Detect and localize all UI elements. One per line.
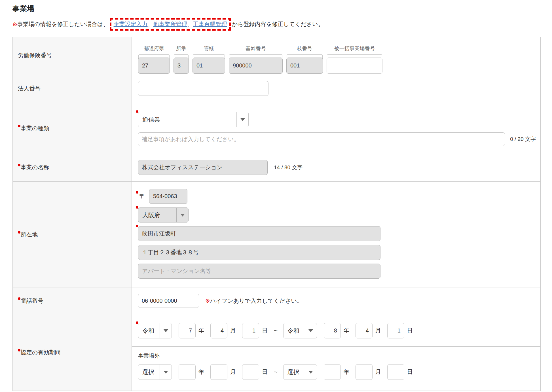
jurisdiction-type-header: 所掌 bbox=[174, 45, 189, 52]
required-marker bbox=[18, 349, 20, 351]
phone-format-note: ※ハイフンありで入力してください。 bbox=[205, 297, 303, 305]
bundled-establishment-number-input[interactable] bbox=[327, 58, 382, 74]
year-unit: 年 bbox=[198, 327, 204, 334]
start-era-select-value: 令和 bbox=[138, 323, 160, 338]
required-marker bbox=[18, 125, 20, 127]
offsite-label: 事業場外 bbox=[138, 352, 534, 360]
note-prefix: 事業場の情報を修正したい場合は、 bbox=[17, 20, 109, 28]
establishment-form-table: 労働保険番号 都道府県 27 所掌 3 管轄 bbox=[12, 37, 541, 391]
required-marker bbox=[18, 231, 20, 234]
prefecture-select-value: 大阪府 bbox=[138, 208, 176, 222]
phone-number-input[interactable] bbox=[138, 294, 199, 308]
business-type-select[interactable]: 通信業 bbox=[138, 112, 249, 127]
offsite-start-month-input[interactable] bbox=[210, 364, 227, 380]
note-marker: ※ bbox=[205, 298, 210, 304]
year-unit: 年 bbox=[198, 368, 204, 376]
chevron-down-icon bbox=[176, 208, 188, 222]
start-era-select[interactable]: 令和 bbox=[138, 323, 172, 338]
jurisdiction-value: 01 bbox=[193, 58, 225, 74]
end-day-input[interactable] bbox=[387, 323, 404, 338]
link-construction-ledger[interactable]: 工事台帳管理 bbox=[193, 20, 227, 28]
bundled-establishment-number-header: 被一括事業場番号 bbox=[327, 45, 382, 52]
day-unit: 日 bbox=[262, 368, 268, 376]
offsite-end-era-select[interactable]: 選択 bbox=[283, 364, 317, 380]
postal-mark: 〒 bbox=[139, 193, 145, 200]
row-business-name: 事業の名称 株式会社オフィスステーション 14 / 80 文字 bbox=[13, 153, 540, 181]
link-separator: 、 bbox=[148, 20, 153, 28]
offsite-start-year-input[interactable] bbox=[179, 364, 196, 380]
month-unit: 月 bbox=[375, 368, 381, 376]
link-company-settings[interactable]: 企業設定入力 bbox=[114, 20, 148, 28]
month-unit: 月 bbox=[375, 327, 381, 334]
business-type-supplement-input[interactable] bbox=[138, 132, 505, 146]
range-tilde: ~ bbox=[274, 327, 278, 334]
jurisdiction-header: 管轄 bbox=[193, 45, 225, 52]
note-marker: ※ bbox=[12, 21, 17, 28]
agreement-period-label: 協定の有効期間 bbox=[13, 314, 132, 391]
agreement-period-offsite: 事業場外 選択 年 月 日 ~ 選択 bbox=[132, 347, 540, 389]
base-number-header: 基幹番号 bbox=[229, 45, 283, 52]
prefecture-code-value: 27 bbox=[138, 58, 170, 74]
required-marker bbox=[18, 297, 20, 300]
chevron-down-icon bbox=[305, 365, 317, 380]
start-day-input[interactable] bbox=[242, 323, 259, 338]
supplement-char-counter: 0 / 20 文字 bbox=[510, 135, 536, 143]
required-marker bbox=[136, 321, 138, 324]
day-unit: 日 bbox=[407, 368, 413, 376]
year-unit: 年 bbox=[344, 327, 349, 334]
offsite-start-day-input[interactable] bbox=[242, 364, 259, 380]
branch-number-value: 001 bbox=[286, 58, 323, 74]
row-agreement-period: 協定の有効期間 令和 年 bbox=[13, 314, 540, 391]
field-base-number: 基幹番号 900000 bbox=[229, 45, 283, 74]
agreement-period-main: 令和 年 月 日 ~ 令和 bbox=[132, 314, 540, 346]
required-marker bbox=[136, 225, 138, 227]
page-title: 事業場 bbox=[12, 4, 541, 13]
row-address: 所在地 〒 564-0063 大阪府 bbox=[13, 181, 540, 287]
month-unit: 月 bbox=[230, 327, 236, 334]
business-type-select-value: 通信業 bbox=[138, 112, 236, 127]
field-jurisdiction-type: 所掌 3 bbox=[174, 45, 189, 74]
base-number-value: 900000 bbox=[229, 58, 283, 74]
link-separator: 、 bbox=[187, 20, 193, 28]
end-era-select[interactable]: 令和 bbox=[283, 323, 317, 338]
row-business-type: 事業の種類 通信業 0 / 20 文字 bbox=[13, 103, 540, 153]
year-unit: 年 bbox=[344, 368, 349, 376]
end-era-select-value: 令和 bbox=[284, 323, 305, 338]
note-suffix: から登録内容を修正してください。 bbox=[232, 20, 324, 28]
corporate-number-label: 法人番号 bbox=[13, 74, 132, 103]
chevron-down-icon bbox=[305, 323, 317, 338]
corporate-number-input[interactable] bbox=[138, 81, 268, 96]
business-name-char-counter: 14 / 80 文字 bbox=[274, 164, 303, 171]
offsite-end-year-input[interactable] bbox=[324, 364, 341, 380]
start-month-input[interactable] bbox=[210, 323, 227, 338]
branch-number-header: 枝番号 bbox=[286, 45, 323, 52]
row-corporate-number: 法人番号 bbox=[13, 74, 540, 103]
link-other-offices[interactable]: 他事業所管理 bbox=[153, 20, 187, 28]
end-month-input[interactable] bbox=[356, 323, 373, 338]
links-highlight-box: 企業設定入力、他事業所管理、工事台帳管理 bbox=[110, 18, 231, 31]
edit-note: ※事業場の情報を修正したい場合は、企業設定入力、他事業所管理、工事台帳管理から登… bbox=[12, 18, 541, 31]
row-labor-insurance-number: 労働保険番号 都道府県 27 所掌 3 管轄 bbox=[13, 37, 540, 74]
prefecture-code-header: 都道府県 bbox=[138, 45, 170, 52]
end-year-input[interactable] bbox=[324, 323, 341, 338]
start-year-input[interactable] bbox=[179, 323, 196, 338]
offsite-end-day-input[interactable] bbox=[387, 364, 404, 380]
page: 事業場 ※事業場の情報を修正したい場合は、企業設定入力、他事業所管理、工事台帳管… bbox=[0, 0, 552, 391]
offsite-end-month-input[interactable] bbox=[356, 364, 373, 380]
chevron-down-icon bbox=[160, 365, 172, 380]
business-name-label: 事業の名称 bbox=[13, 153, 132, 181]
business-type-label: 事業の種類 bbox=[13, 103, 132, 153]
offsite-start-era-select[interactable]: 選択 bbox=[138, 364, 172, 380]
month-unit: 月 bbox=[230, 368, 236, 376]
building-name-value: アパート・マンション名等 bbox=[138, 264, 380, 279]
day-unit: 日 bbox=[407, 327, 413, 334]
chevron-down-icon bbox=[160, 323, 172, 338]
required-marker bbox=[136, 110, 138, 113]
required-marker bbox=[18, 164, 20, 166]
field-prefecture-code: 都道府県 27 bbox=[138, 45, 170, 74]
range-tilde: ~ bbox=[274, 368, 278, 376]
labor-insurance-label: 労働保険番号 bbox=[13, 37, 132, 74]
business-name-value: 株式会社オフィスステーション bbox=[138, 160, 268, 175]
offsite-start-era-select-value: 選択 bbox=[138, 365, 160, 380]
postal-code-value: 564-0063 bbox=[149, 189, 187, 204]
